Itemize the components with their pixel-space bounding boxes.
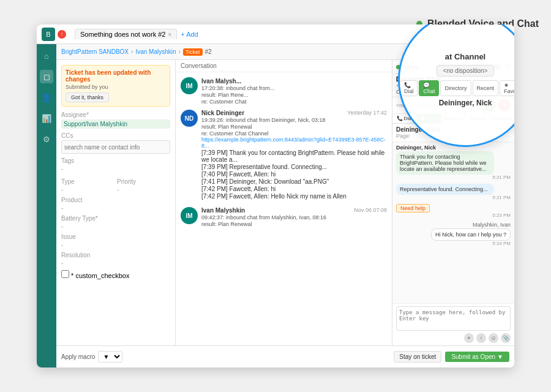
chat-messages: Deininger, Nick Thank you for contacting…	[392, 142, 514, 303]
overlay-tabs: 📞 Dial 💬 Chat Directory Recent ★ Favorit…	[400, 80, 514, 96]
ticket-number: #2	[205, 48, 212, 55]
conv-entry-ivan-1: IM Ivan Malysh... 17:20:38: inbound chat…	[181, 77, 387, 105]
conv-entry-ivan-2: IM Ivan Malyshkin Nov 06 07:08 09:42:37:…	[181, 207, 387, 227]
custom-checkbox-label: * custom_checkbox	[71, 272, 129, 279]
overlay-tab-favorites[interactable]: ★ Favorites	[500, 80, 514, 96]
chat-msg-2: Representative found. Connecting... 5:21…	[396, 184, 511, 200]
left-sidebar: ⌂ ◻ 👤 📊 ⚙	[37, 44, 56, 368]
conv-time-ivan-2: Nov 06 07:08	[354, 207, 387, 214]
apply-macro-label: Apply macro	[61, 353, 96, 360]
conv-detail-1: 17:20:38: inbound chat from...	[201, 85, 387, 91]
chat-input-actions: + ↑ ☺ 📎	[396, 333, 511, 343]
main-container: B ! Something does not work #2 × + Add ⌂…	[37, 24, 514, 368]
overlay-tab-dial[interactable]: 📞 Dial	[400, 80, 418, 96]
chat-msg-4: Malyshkin, Ivan Hi Nick, how can I help …	[396, 222, 511, 246]
tab-close-btn[interactable]: ×	[168, 31, 171, 38]
add-tab-btn[interactable]: + Add	[181, 31, 198, 38]
battery-label: Battery Type*	[61, 215, 170, 222]
chat-input-area: + ↑ ☺ 📎	[392, 303, 514, 345]
sidebar-contact-icon[interactable]: 👤	[40, 91, 53, 104]
issue-value: -	[61, 241, 170, 248]
overlay-title: at Channel	[445, 52, 485, 61]
overlay-tab-directory[interactable]: Directory	[440, 80, 471, 96]
priority-label: Priority	[117, 178, 170, 185]
chat-msg-1: Deininger, Nick Thank you for contacting…	[396, 145, 511, 180]
add-attachment-btn[interactable]: +	[464, 333, 474, 343]
assignee-value[interactable]: Support/Ivan Malyshkin	[61, 119, 170, 129]
apply-macro: Apply macro ▼	[61, 351, 122, 363]
breadcrumb-sandbox[interactable]: BrightPattern SANDBOX	[61, 48, 129, 55]
sidebar-report-icon[interactable]: 📊	[40, 111, 53, 125]
breadcrumb-agent[interactable]: Ivan Malyshkin	[135, 48, 176, 55]
agent-bubble: Hi Nick, how can I help you ?	[431, 228, 511, 241]
conversation-panel: Conversation IM Ivan Malysh... 17:20:38:…	[176, 60, 392, 345]
battery-value: -	[61, 223, 170, 230]
product-value: -	[61, 205, 170, 211]
conv-text-nick: Nick Deininger Yesterday 17:42 19:39:26:…	[201, 110, 387, 200]
bottom-bar: Apply macro ▼ Stay on ticket Submit as O…	[56, 345, 514, 368]
chat-time-4: 5:24 PM	[396, 241, 511, 246]
conv-avatar-ivan: IM	[181, 77, 198, 94]
agent-sender: Malyshkin, Ivan	[396, 222, 511, 228]
ticket-tab-label: Something does not work #2	[80, 31, 165, 38]
custom-checkbox-row: * custom_checkbox	[61, 270, 170, 279]
stay-on-ticket-btn[interactable]: Stay on ticket	[394, 351, 441, 363]
ticket-badge: Ticket	[183, 48, 203, 56]
chat-time-3: 5:23 PM	[396, 213, 511, 218]
conv-detail-2: result: Plan Rene...	[201, 92, 387, 98]
type-label: Type	[61, 178, 114, 185]
need-help-badge: Need help	[396, 204, 430, 213]
ccs-input[interactable]	[61, 140, 170, 154]
tags-value: -	[61, 165, 170, 172]
notif-sub: Submitted by you	[66, 84, 166, 90]
overlay-tab-recent[interactable]: Recent	[473, 80, 499, 96]
submit-btn[interactable]: Submit as Open ▼	[445, 352, 509, 362]
chat-time-2: 5:21 PM	[396, 195, 511, 200]
ccs-label: CCs	[61, 132, 170, 139]
chat-input[interactable]	[396, 306, 511, 331]
conv-header: Conversation	[176, 60, 392, 72]
priority-value: -	[117, 186, 170, 193]
chat-bubble-2: Representative found. Connecting...	[396, 184, 494, 195]
submit-btn-label: Submit as Open	[451, 353, 495, 360]
conv-body: IM Ivan Malysh... 17:20:38: inbound chat…	[176, 72, 392, 345]
resolution-value: -	[61, 260, 170, 266]
macro-select[interactable]: ▼	[98, 351, 122, 363]
conv-link-nick[interactable]: https://example.brightpattern.com:8443/a…	[201, 137, 387, 149]
app-logo: B	[42, 28, 55, 41]
attach-btn[interactable]: 📎	[501, 333, 511, 343]
tags-label: Tags	[61, 157, 170, 164]
conv-avatar-nick: ND	[181, 110, 198, 127]
conv-section-nick: ND Nick Deininger Yesterday 17:42 19:39:…	[181, 110, 387, 200]
notif-btn[interactable]: Got it, thanks	[66, 92, 109, 102]
conv-time-nick: Yesterday 17:42	[347, 110, 387, 116]
emoji-btn[interactable]: ☺	[489, 333, 498, 343]
outer-wrapper: Blended Voice and Chat B ! Something doe…	[0, 0, 551, 392]
assignee-label: Assignee*	[61, 111, 170, 118]
notification-box: Ticket has been updated with changes Sub…	[61, 65, 170, 107]
conv-entry-nick: ND Nick Deininger Yesterday 17:42 19:39:…	[181, 110, 387, 200]
custom-checkbox[interactable]	[61, 270, 69, 278]
sidebar-settings-icon[interactable]: ⚙	[40, 132, 53, 146]
chat-bubble-1: Thank you for contacting BrightPattern. …	[396, 151, 494, 175]
conv-avatar-ivan-2: IM	[181, 207, 198, 224]
notification-badge: !	[58, 30, 66, 39]
submit-chevron-icon: ▼	[497, 353, 503, 360]
conv-name-nick: Nick Deininger	[201, 110, 244, 116]
overlay-customer-name: Deininger, Nick	[439, 99, 492, 107]
resolution-label: Resolution	[61, 252, 170, 258]
product-label: Product	[61, 197, 170, 203]
sidebar-home-icon[interactable]: ⌂	[40, 49, 53, 62]
notif-title: Ticket has been updated with changes	[66, 69, 166, 83]
overlay-disposition: <no disposition>	[437, 65, 495, 77]
overlay-tab-chat[interactable]: 💬 Chat	[419, 80, 439, 96]
conv-text-ivan-1: Ivan Malysh... 17:20:38: inbound chat fr…	[201, 77, 387, 105]
conv-section-ivan-2: IM Ivan Malyshkin Nov 06 07:08 09:42:37:…	[181, 207, 387, 227]
ticket-tab[interactable]: Something does not work #2 ×	[75, 29, 177, 39]
issue-label: Issue	[61, 233, 170, 240]
send-btn[interactable]: ↑	[476, 333, 486, 343]
conv-name-ivan: Ivan Malysh...	[201, 78, 241, 85]
conv-name-ivan-2: Ivan Malyshkin	[201, 207, 245, 214]
sidebar-ticket-icon[interactable]: ◻	[40, 70, 53, 83]
conv-detail-3: re: Customer Chat	[201, 99, 387, 105]
